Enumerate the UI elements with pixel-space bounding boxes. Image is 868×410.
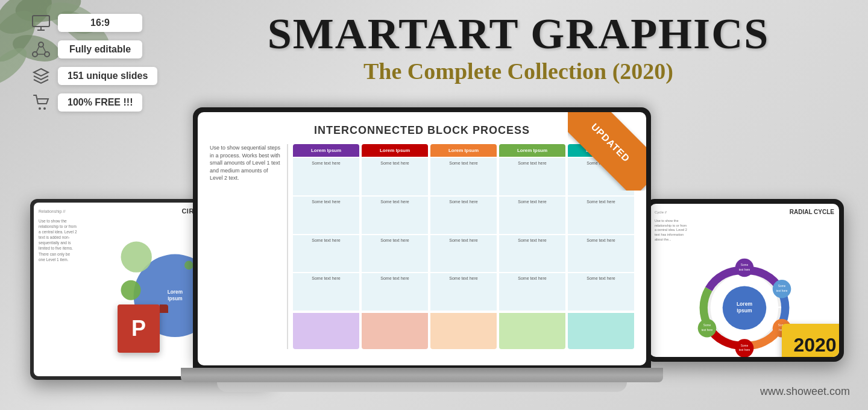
cell: Some text here bbox=[362, 158, 428, 195]
col-2-rows: Some text here Some text here Some text … bbox=[362, 158, 428, 311]
nodes-icon bbox=[30, 39, 52, 60]
cell: Some text here bbox=[430, 197, 497, 234]
svg-point-22 bbox=[121, 242, 152, 273]
col-4-rows: Some text here Some text here Some text … bbox=[499, 158, 565, 311]
svg-rect-7 bbox=[33, 16, 49, 27]
cell: Some text here bbox=[568, 235, 634, 273]
svg-text:text here: text here bbox=[739, 349, 750, 352]
sub-title: The Complete Collection (2020) bbox=[187, 58, 850, 84]
svg-point-10 bbox=[39, 42, 43, 47]
ribbon-text: UPDATED bbox=[568, 112, 646, 191]
col-4: Lorem Ipsum Some text here Some text her… bbox=[499, 144, 565, 349]
laptop-screen: UPDATED INTERCONNECTED BLOCK PROCESS Use… bbox=[198, 112, 646, 365]
right-screen: Cycle // RADIAL CYCLE Use to show the re… bbox=[650, 204, 839, 357]
svg-line-13 bbox=[36, 46, 39, 52]
cell: Some text here bbox=[362, 235, 428, 273]
svg-line-14 bbox=[43, 46, 46, 52]
laptop-base bbox=[181, 368, 663, 382]
svg-text:Some: Some bbox=[741, 344, 749, 347]
badge-2020: 2020 bbox=[782, 324, 839, 357]
slides-label: 151 unique slides bbox=[58, 67, 157, 85]
svg-point-17 bbox=[39, 107, 41, 110]
cell: Some text here bbox=[293, 273, 359, 311]
left-subtitle: Relationship // bbox=[39, 209, 65, 213]
left-badges: 16:9 Fully editable 151 unique slides 10… bbox=[30, 12, 157, 113]
editable-label: Fully editable bbox=[58, 40, 142, 58]
ppt-shape: P bbox=[118, 304, 160, 353]
col-2-footer bbox=[362, 313, 428, 349]
cell: Some text here bbox=[430, 273, 497, 311]
col-2-header: Lorem Ipsum bbox=[362, 144, 428, 157]
ratio-label: 16:9 bbox=[58, 14, 142, 32]
col-1: Lorem Ipsum Some text here Some text her… bbox=[293, 144, 359, 349]
svg-point-12 bbox=[45, 52, 49, 57]
badge-editable: Fully editable bbox=[30, 39, 157, 60]
badge-ratio: 16:9 bbox=[30, 12, 157, 34]
svg-point-18 bbox=[43, 107, 46, 110]
cell: Some text here bbox=[499, 235, 565, 273]
laptop-screen-container: UPDATED INTERCONNECTED BLOCK PROCESS Use… bbox=[193, 107, 651, 368]
right-description: Use to show the relationship to or from … bbox=[655, 219, 688, 242]
svg-point-28 bbox=[184, 261, 193, 270]
website-url: www.showeet.com bbox=[760, 385, 850, 398]
cell: Some text here bbox=[430, 235, 497, 273]
col-2: Lorem Ipsum Some text here Some text her… bbox=[362, 144, 428, 349]
cell: Some text here bbox=[499, 197, 565, 234]
col-3-footer bbox=[430, 313, 497, 349]
cell: Some text here bbox=[568, 197, 634, 234]
svg-text:text here: text here bbox=[702, 329, 713, 332]
right-title: RADIAL CYCLE bbox=[790, 209, 834, 215]
cell: Some text here bbox=[362, 273, 428, 311]
cell: Some text here bbox=[362, 197, 428, 234]
laptop-foot bbox=[217, 382, 627, 392]
svg-point-11 bbox=[33, 52, 37, 57]
updated-ribbon: UPDATED bbox=[568, 112, 646, 191]
svg-text:Lorem: Lorem bbox=[737, 301, 753, 307]
cart-icon bbox=[30, 92, 52, 113]
monitor-icon bbox=[30, 12, 52, 34]
cell: Some text here bbox=[568, 273, 634, 311]
badge-free: 100% FREE !!! bbox=[30, 92, 157, 113]
ppt-icon: P bbox=[118, 304, 160, 353]
svg-text:text here: text here bbox=[776, 289, 788, 292]
right-slide-header: Cycle // RADIAL CYCLE bbox=[655, 209, 834, 215]
svg-text:Ipsum: Ipsum bbox=[737, 308, 752, 314]
svg-text:Some: Some bbox=[778, 285, 786, 288]
svg-point-50 bbox=[735, 339, 754, 357]
right-device: Cycle // RADIAL CYCLE Use to show the re… bbox=[645, 199, 844, 362]
left-description: Use to show the relationship to or from … bbox=[39, 218, 77, 357]
cell: Some text here bbox=[499, 273, 565, 311]
cell: Some text here bbox=[499, 158, 565, 195]
col-3: Lorem Ipsum Some text here Some text her… bbox=[430, 144, 497, 349]
col-1-header: Lorem Ipsum bbox=[293, 144, 359, 157]
cell: Some text here bbox=[293, 235, 359, 273]
main-title: SmartArt Graphics bbox=[187, 12, 850, 55]
svg-text:Ipsum: Ipsum bbox=[168, 296, 183, 301]
free-label: 100% FREE !!! bbox=[58, 93, 142, 112]
col-3-rows: Some text here Some text here Some text … bbox=[430, 158, 497, 311]
svg-text:Some: Some bbox=[741, 264, 749, 267]
col-4-header: Lorem Ipsum bbox=[499, 144, 565, 157]
svg-text:Some: Some bbox=[703, 324, 711, 327]
col-5-footer bbox=[568, 313, 634, 349]
right-subtitle: Cycle // bbox=[655, 210, 667, 214]
col-4-footer bbox=[499, 313, 565, 349]
layers-icon bbox=[30, 65, 52, 87]
svg-text:text here: text here bbox=[739, 268, 750, 271]
header: SmartArt Graphics The Complete Collectio… bbox=[187, 12, 850, 84]
ppt-letter: P bbox=[131, 316, 146, 341]
col-1-footer bbox=[293, 313, 359, 349]
col-1-rows: Some text here Some text here Some text … bbox=[293, 158, 359, 311]
svg-point-26 bbox=[121, 280, 141, 300]
svg-marker-16 bbox=[34, 69, 48, 76]
center-description: Use to show sequential steps in a proces… bbox=[210, 144, 288, 349]
cell: Some text here bbox=[293, 158, 359, 195]
col-3-header: Lorem Ipsum bbox=[430, 144, 497, 157]
center-laptop: UPDATED INTERCONNECTED BLOCK PROCESS Use… bbox=[193, 107, 651, 392]
cell: Some text here bbox=[430, 158, 497, 195]
badge-slides: 151 unique slides bbox=[30, 65, 157, 87]
svg-text:Lorem: Lorem bbox=[168, 289, 183, 295]
cell: Some text here bbox=[293, 197, 359, 234]
